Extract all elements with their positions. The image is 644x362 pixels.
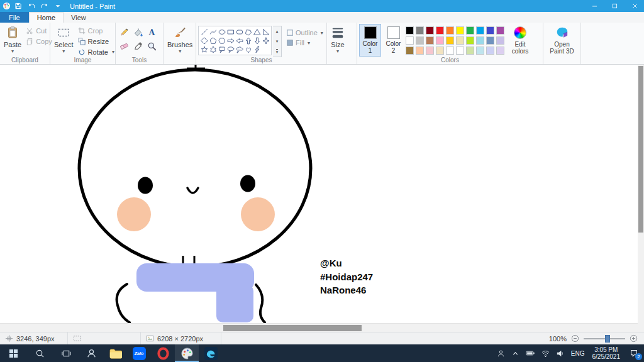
polygon-shape[interactable] — [244, 28, 252, 36]
gallery-more-icon[interactable] — [273, 47, 281, 57]
palette-color-swatch[interactable] — [466, 36, 474, 45]
palette-color-swatch[interactable] — [496, 26, 504, 35]
rectangle-shape[interactable] — [226, 28, 235, 36]
up-arrow-shape[interactable] — [244, 36, 252, 45]
heart-shape[interactable] — [244, 45, 252, 53]
gallery-scroll-up-icon[interactable] — [273, 26, 281, 36]
horizontal-scrollbar-thumb[interactable] — [223, 325, 362, 331]
palette-color-swatch[interactable] — [476, 36, 484, 45]
file-explorer-button[interactable] — [103, 344, 127, 362]
curve-shape[interactable] — [209, 28, 217, 36]
select-button[interactable]: Select — [52, 24, 75, 55]
palette-color-swatch[interactable] — [436, 47, 444, 55]
six-point-star-shape[interactable] — [209, 45, 217, 53]
paint-taskbar-button[interactable] — [175, 344, 199, 362]
browser-app-button[interactable] — [199, 344, 223, 362]
task-view-button[interactable] — [53, 344, 79, 362]
volume-indicator[interactable] — [553, 344, 567, 362]
zalo-app-button[interactable]: Zalo — [127, 344, 151, 362]
pentagon-shape[interactable] — [209, 36, 217, 45]
palette-color-swatch[interactable] — [426, 47, 434, 55]
rounded-rectangle-shape[interactable] — [235, 28, 243, 36]
undo-button[interactable] — [25, 1, 37, 11]
palette-color-swatch[interactable] — [426, 36, 434, 45]
crop-button[interactable]: Crop — [77, 26, 116, 35]
action-center-button[interactable]: 2 — [624, 344, 644, 362]
palette-color-swatch[interactable] — [486, 26, 494, 35]
vertical-scrollbar-thumb[interactable] — [638, 66, 643, 233]
quick-access-dropdown-button[interactable] — [52, 1, 64, 11]
tray-people-button[interactable] — [494, 344, 508, 362]
palette-color-swatch[interactable] — [466, 26, 474, 35]
zoom-slider[interactable] — [584, 334, 625, 343]
battery-indicator[interactable] — [523, 344, 538, 362]
palette-color-swatch[interactable] — [436, 26, 444, 35]
left-arrow-shape[interactable] — [235, 36, 243, 45]
color1-button[interactable]: Color 1 — [359, 24, 381, 57]
palette-color-swatch[interactable] — [436, 36, 444, 45]
palette-color-swatch[interactable] — [456, 36, 464, 45]
palette-color-swatch[interactable] — [406, 36, 414, 45]
palette-color-swatch[interactable] — [406, 47, 414, 55]
horizontal-scrollbar[interactable] — [0, 323, 638, 332]
palette-color-swatch[interactable] — [446, 36, 454, 45]
zoom-in-button[interactable] — [630, 334, 638, 343]
palette-color-swatch[interactable] — [426, 26, 434, 35]
start-button[interactable] — [0, 344, 26, 362]
brushes-button[interactable]: Brushes — [165, 24, 194, 55]
tab-file[interactable]: File — [0, 12, 29, 23]
down-arrow-shape[interactable] — [253, 36, 261, 45]
palette-color-swatch[interactable] — [406, 26, 414, 35]
line-shape[interactable] — [200, 28, 208, 36]
oval-shape[interactable] — [218, 28, 226, 36]
pencil-tool[interactable] — [118, 26, 131, 39]
network-indicator[interactable] — [538, 344, 553, 362]
show-hidden-icons-button[interactable] — [508, 344, 523, 362]
redo-button[interactable] — [38, 1, 50, 11]
palette-color-swatch[interactable] — [496, 47, 504, 55]
size-button[interactable]: Size — [329, 24, 347, 55]
text-tool[interactable]: A — [145, 26, 158, 39]
zoom-out-button[interactable] — [571, 334, 579, 343]
gallery-scroll-down-icon[interactable] — [273, 36, 281, 47]
zoom-slider-thumb[interactable] — [605, 335, 610, 343]
palette-color-swatch[interactable] — [476, 26, 484, 35]
taskbar-search-button[interactable] — [26, 344, 53, 362]
taskbar-clock[interactable]: 3:05 PM 6/25/2021 — [589, 344, 625, 362]
right-triangle-shape[interactable] — [262, 28, 270, 36]
fill-with-color-tool[interactable] — [131, 26, 145, 39]
open-paint3d-button[interactable]: Open Paint 3D — [545, 24, 579, 56]
resize-button[interactable]: Resize — [77, 36, 116, 46]
diamond-shape[interactable] — [200, 36, 208, 45]
copy-button[interactable]: Copy — [25, 36, 53, 46]
palette-color-swatch[interactable] — [486, 36, 494, 45]
palette-color-swatch[interactable] — [416, 36, 424, 45]
oval-callout-shape[interactable] — [226, 45, 235, 53]
rotate-button[interactable]: Rotate — [77, 47, 116, 57]
tab-home[interactable]: Home — [29, 12, 64, 23]
lightning-shape[interactable] — [253, 45, 261, 53]
language-indicator[interactable]: ENG — [567, 344, 589, 362]
eraser-tool[interactable] — [118, 40, 131, 53]
magnifier-tool[interactable] — [145, 40, 158, 53]
palette-color-swatch[interactable] — [416, 26, 424, 35]
palette-color-swatch[interactable] — [456, 47, 464, 55]
right-arrow-shape[interactable] — [226, 36, 235, 45]
palette-color-swatch[interactable] — [466, 47, 474, 55]
maximize-button[interactable] — [605, 0, 624, 12]
palette-color-swatch[interactable] — [496, 36, 504, 45]
palette-color-swatch[interactable] — [446, 26, 454, 35]
tab-view[interactable]: View — [64, 12, 94, 23]
cut-button[interactable]: Cut — [25, 26, 53, 35]
vertical-scrollbar[interactable] — [638, 65, 644, 323]
opera-app-button[interactable] — [151, 344, 175, 362]
rounded-callout-shape[interactable] — [218, 45, 226, 53]
outline-button[interactable]: Outline — [286, 29, 323, 36]
paste-button[interactable]: Paste — [2, 24, 23, 55]
canvas-area[interactable]: @Ku #Hoidap247 NaRone46 — [0, 65, 638, 323]
cloud-callout-shape[interactable] — [235, 45, 243, 53]
five-point-star-shape[interactable] — [200, 45, 208, 53]
edit-colors-button[interactable]: Edit colors — [507, 24, 533, 56]
palette-color-swatch[interactable] — [456, 26, 464, 35]
color2-button[interactable]: Color 2 — [382, 24, 404, 57]
